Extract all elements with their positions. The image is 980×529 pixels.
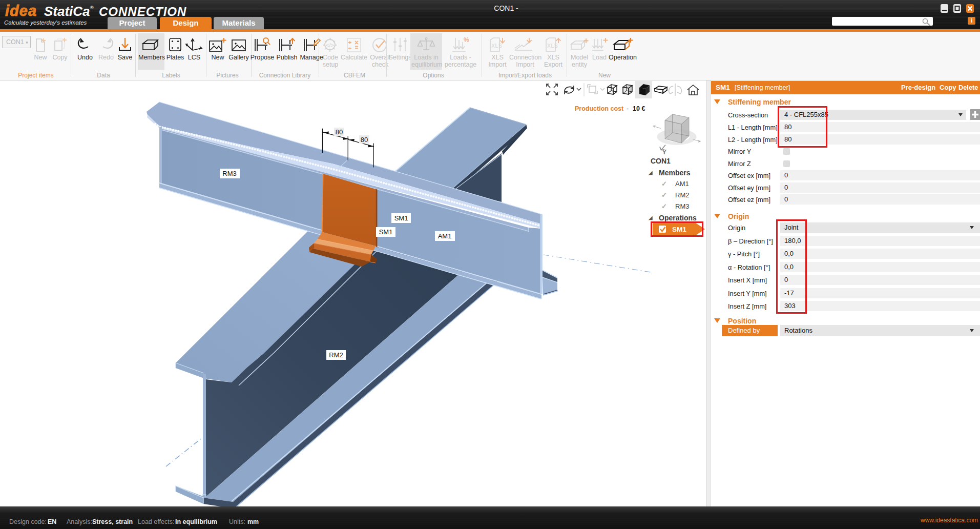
svg-text:AM1: AM1 <box>438 232 452 240</box>
svg-text:Y: Y <box>662 148 667 156</box>
svg-text:-: - <box>627 105 629 112</box>
svg-text:XLS: XLS <box>547 43 558 49</box>
svg-text:SM1: SM1 <box>379 228 393 236</box>
svg-text:idea: idea <box>5 3 37 19</box>
svg-text:RM2: RM2 <box>329 351 343 359</box>
svg-text:StatiCa: StatiCa <box>44 4 90 19</box>
svg-text:SM1: SM1 <box>394 214 408 222</box>
svg-text:%: % <box>464 37 469 44</box>
svg-text:CONNECTION: CONNECTION <box>99 5 186 18</box>
svg-text:®: ® <box>90 5 94 10</box>
svg-text:80: 80 <box>361 136 368 144</box>
svg-text:Production cost: Production cost <box>575 105 624 112</box>
svg-text:RM3: RM3 <box>222 170 236 177</box>
svg-text:XLS: XLS <box>491 43 502 49</box>
svg-text:</>: </> <box>326 42 334 48</box>
svg-text:80: 80 <box>336 128 343 136</box>
svg-text:10 €: 10 € <box>633 105 645 112</box>
